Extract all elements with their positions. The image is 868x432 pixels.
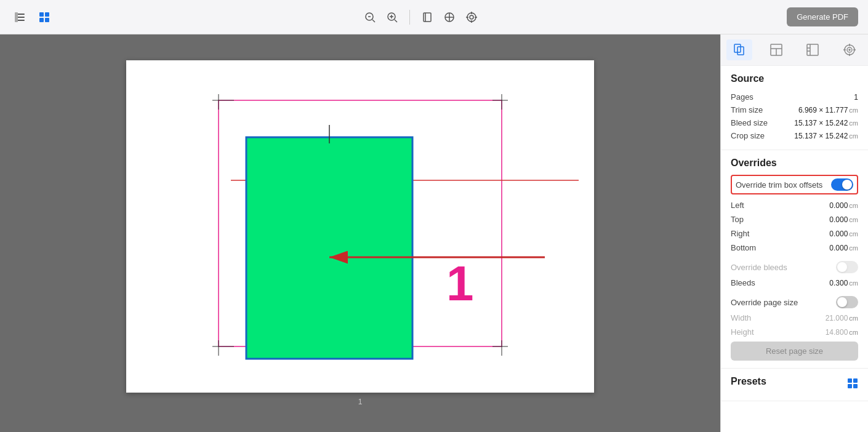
bottom-value: 0.000cm (829, 244, 858, 252)
crop-size-label: Crop size (731, 131, 765, 140)
svg-rect-3 (15, 12, 18, 22)
page-container: 1 (126, 60, 594, 393)
bleeds-value: 0.300cm (829, 279, 858, 287)
svg-line-10 (372, 20, 375, 22)
toolbar-left (10, 7, 54, 27)
page-number: 1 (358, 398, 363, 406)
reset-page-size-btn[interactable]: Reset page size (731, 342, 858, 361)
svg-point-21 (470, 15, 473, 19)
svg-rect-61 (853, 384, 858, 388)
bleeds-row: Bleeds 0.300cm (731, 276, 858, 290)
svg-rect-58 (848, 378, 852, 383)
tab-pages[interactable] (726, 39, 752, 60)
sidebar-toggle-btn[interactable] (10, 7, 30, 27)
svg-text:1: 1 (446, 256, 474, 311)
presets-title: Presets (731, 376, 766, 387)
height-label: Height (731, 327, 754, 337)
override-page-size-row: Override page size (731, 294, 858, 311)
toolbar: Generate PDF (0, 0, 868, 34)
presets-section: Presets (721, 369, 868, 401)
width-label: Width (731, 313, 751, 322)
bleed-size-value: 15.137 × 15.242cm (794, 119, 858, 127)
toolbar-right: Generate PDF (787, 7, 858, 26)
view-toggle-btn[interactable] (34, 7, 54, 27)
override-trim-toggle[interactable] (831, 178, 853, 191)
zoom-out-btn[interactable] (360, 7, 380, 27)
top-label: Top (731, 215, 744, 224)
right-row: Right 0.000cm (731, 226, 858, 241)
bleed-size-row: Bleed size 15.137 × 15.242cm (731, 116, 858, 129)
main-area: 1 1 (0, 34, 868, 432)
crop-size-row: Crop size 15.137 × 15.242cm (731, 129, 858, 142)
override-bleeds-row: Override bleeds (731, 258, 858, 276)
bleed-size-label: Bleed size (731, 118, 768, 127)
tab-template[interactable] (800, 39, 826, 60)
crop-size-value: 15.137 × 15.242cm (794, 132, 858, 140)
right-value: 0.000cm (829, 230, 858, 238)
pages-label: Pages (731, 92, 753, 102)
trim-size-label: Trim size (731, 105, 763, 114)
tab-layout[interactable] (763, 39, 789, 60)
svg-point-20 (467, 13, 476, 22)
presets-row: Presets (731, 376, 858, 393)
svg-rect-15 (424, 13, 431, 22)
svg-point-53 (849, 49, 850, 50)
overrides-section: Overrides Override trim box offsets Left… (721, 150, 868, 369)
pages-value: 1 (854, 93, 858, 102)
presets-grid-icon[interactable] (847, 378, 858, 391)
canvas-area: 1 1 (0, 34, 720, 432)
fit-width-btn[interactable] (440, 7, 459, 27)
right-label: Right (731, 229, 749, 238)
zoom-in-btn[interactable] (382, 7, 402, 27)
left-row: Left 0.000cm (731, 198, 858, 212)
trim-size-row: Trim size 6.969 × 11.777cm (731, 103, 858, 116)
bottom-label: Bottom (731, 243, 756, 252)
svg-rect-36 (246, 137, 412, 359)
svg-rect-5 (45, 12, 49, 17)
bottom-row: Bottom 0.000cm (731, 241, 858, 255)
top-value: 0.000cm (829, 215, 858, 224)
svg-rect-6 (39, 18, 44, 22)
top-row: Top 0.000cm (731, 212, 858, 226)
bleeds-label: Bleeds (731, 278, 755, 287)
svg-rect-7 (45, 18, 49, 22)
right-panel: Source Pages 1 Trim size 6.969 × 11.777c… (720, 34, 868, 432)
override-trim-label: Override trim box offsets (736, 180, 822, 190)
svg-rect-59 (853, 378, 858, 383)
height-row: Height 14.800cm (731, 325, 858, 339)
generate-pdf-btn[interactable]: Generate PDF (787, 7, 858, 26)
trim-size-value: 6.969 × 11.777cm (798, 106, 858, 114)
override-bleeds-label: Override bleeds (731, 263, 787, 272)
zoom-reset-btn[interactable] (462, 7, 481, 27)
override-page-size-toggle[interactable] (836, 296, 858, 308)
svg-rect-4 (39, 12, 44, 17)
left-value: 0.000cm (829, 201, 858, 210)
tab-target[interactable] (837, 39, 862, 60)
left-label: Left (731, 201, 744, 210)
width-row: Width 21.000cm (731, 311, 858, 325)
source-title: Source (731, 73, 858, 84)
svg-line-14 (395, 20, 397, 22)
override-page-size-label: Override page size (731, 298, 798, 307)
override-bleeds-toggle (836, 261, 858, 273)
overrides-title: Overrides (731, 158, 858, 169)
fit-page-btn[interactable] (417, 7, 437, 27)
panel-tabs (721, 34, 868, 66)
toolbar-divider (409, 10, 410, 25)
width-value: 21.000cm (826, 314, 858, 322)
height-value: 14.800cm (826, 328, 858, 337)
toolbar-center (360, 7, 481, 27)
override-trim-row: Override trim box offsets (731, 175, 858, 194)
source-section: Source Pages 1 Trim size 6.969 × 11.777c… (721, 66, 868, 150)
svg-rect-47 (807, 44, 818, 55)
pages-row: Pages 1 (731, 90, 858, 103)
svg-rect-60 (848, 384, 852, 388)
